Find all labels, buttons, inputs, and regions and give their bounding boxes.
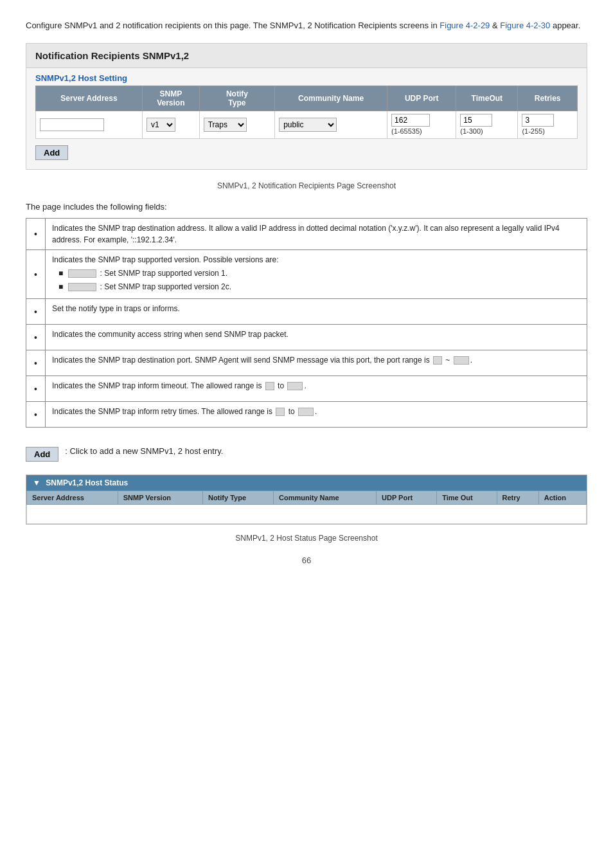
timeout-input[interactable] — [460, 114, 492, 127]
field-row-1: • Indicates the SNMP trap destination ad… — [26, 218, 587, 249]
intro-text-1: Configure SNMPv1 and 2 notification reci… — [26, 21, 440, 30]
status-col-retry: Retry — [497, 491, 538, 504]
timeout-min-box — [265, 382, 274, 390]
col-snmp-version: SNMPVersion — [143, 86, 200, 111]
port-min-box — [433, 356, 442, 365]
status-empty-cell — [27, 504, 587, 523]
desc-1: Indicates the SNMP trap destination addr… — [46, 218, 587, 249]
bullet-4: • — [26, 324, 46, 350]
desc-3: Set the notify type in traps or informs. — [46, 298, 587, 324]
bullet-2: • — [26, 249, 46, 298]
status-col-timeout: Time Out — [437, 491, 497, 504]
col-timeout: TimeOut — [456, 86, 518, 111]
status-table-header-row: Server Address SNMP Version Notify Type … — [27, 491, 587, 504]
intro-link1[interactable]: Figure 4-2-29 — [440, 21, 490, 30]
status-col-udp: UDP Port — [377, 491, 437, 504]
field-row-2: • Indicates the SNMP trap supported vers… — [26, 249, 587, 298]
timeout-max-box — [287, 382, 303, 390]
panel-title: Notification Recipients SNMPv1,2 — [26, 44, 587, 68]
retries-range: (1-255) — [522, 127, 544, 135]
status-panel: ▼ SNMPv1,2 Host Status Server Address SN… — [26, 475, 587, 525]
col-notify-type: NotifyType — [199, 86, 275, 111]
fields-table: • Indicates the SNMP trap destination ad… — [26, 218, 587, 428]
udp-port-cell: (1-65535) — [387, 111, 456, 138]
timeout-range: (1-300) — [460, 127, 483, 135]
field-row-6: • Indicates the SNMP trap inform timeout… — [26, 375, 587, 401]
timeout-cell: (1-300) — [456, 111, 518, 138]
panel-subheader: SNMPv1,2 Host Setting — [26, 68, 587, 86]
field-row-4: • Indicates the community access string … — [26, 324, 587, 350]
retries-cell: (1-255) — [518, 111, 578, 138]
community-name-cell: public — [275, 111, 387, 138]
notify-type-select[interactable]: Traps Informs — [204, 118, 247, 132]
desc-6: Indicates the SNMP trap inform timeout. … — [46, 375, 587, 401]
desc-7: Indicates the SNMP trap inform retry tim… — [46, 401, 587, 427]
status-empty-row — [27, 504, 587, 523]
retry-max-box — [298, 408, 314, 416]
community-name-select[interactable]: public — [279, 118, 337, 132]
intro-text-3: appear. — [550, 21, 580, 30]
udp-port-range: (1-65535) — [391, 127, 422, 135]
bullet-1: • — [26, 218, 46, 249]
bullet-7: • — [26, 401, 46, 427]
intro-text-2: & — [490, 21, 500, 30]
col-community-name: Community Name — [275, 86, 387, 111]
col-server-address: Server Address — [36, 86, 143, 111]
desc-4: Indicates the community access string wh… — [46, 324, 587, 350]
add-entry-button[interactable]: Add — [26, 447, 58, 462]
bullet-sq-v2c: ■ — [58, 281, 63, 293]
collapse-arrow[interactable]: ▼ — [33, 478, 40, 487]
sub-list-version: ■ : Set SNMP trap supported version 1. ■… — [52, 267, 580, 293]
add-section: Add : Click to add a new SNMPv1, 2 host … — [26, 440, 587, 462]
status-table: Server Address SNMP Version Notify Type … — [26, 491, 587, 524]
field-row-7: • Indicates the SNMP trap inform retry t… — [26, 401, 587, 427]
notification-recipients-panel: Notification Recipients SNMPv1,2 SNMPv1,… — [26, 43, 587, 170]
bullet-6: • — [26, 375, 46, 401]
col-udp-port: UDP Port — [387, 86, 456, 111]
fields-intro: The page includes the following fields: — [26, 202, 587, 212]
snmp-version-cell: v1 v2c — [143, 111, 200, 138]
status-caption: SNMPv1, 2 Host Status Page Screenshot — [26, 534, 587, 543]
panel-add-button[interactable]: Add — [35, 145, 68, 160]
intro-paragraph: Configure SNMPv1 and 2 notification reci… — [26, 19, 587, 33]
desc-2: Indicates the SNMP trap supported versio… — [46, 249, 587, 298]
status-col-version: SNMP Version — [118, 491, 202, 504]
bullet-3: • — [26, 298, 46, 324]
panel-caption: SNMPv1, 2 Notification Recipients Page S… — [26, 181, 587, 190]
field-row-3: • Set the notify type in traps or inform… — [26, 298, 587, 324]
server-address-cell — [36, 111, 143, 138]
col-retries: Retries — [518, 86, 578, 111]
retry-min-box — [276, 408, 285, 416]
v1-box — [68, 269, 96, 278]
bullet-5: • — [26, 350, 46, 375]
sub-item-v1: ■ : Set SNMP trap supported version 1. — [58, 267, 580, 279]
v2c-box — [68, 283, 96, 291]
page-footer: 66 — [26, 556, 587, 565]
table-row: v1 v2c Traps Informs public — [36, 111, 578, 138]
sub-item-v2c: ■ : Set SNMP trap supported version 2c. — [58, 281, 580, 293]
bullet-sq-v1: ■ — [58, 267, 63, 279]
desc-5: Indicates the SNMP trap destination port… — [46, 350, 587, 375]
status-panel-title: SNMPv1,2 Host Status — [46, 478, 128, 487]
status-col-server: Server Address — [27, 491, 118, 504]
status-col-community: Community Name — [274, 491, 377, 504]
server-address-input[interactable] — [40, 118, 104, 131]
panel-content: Server Address SNMPVersion NotifyType Co… — [26, 86, 587, 169]
port-max-box — [454, 356, 469, 365]
add-section-text: : Click to add a new SNMPv1, 2 host entr… — [65, 446, 223, 456]
config-table: Server Address SNMPVersion NotifyType Co… — [35, 86, 578, 139]
status-col-action: Action — [538, 491, 586, 504]
snmp-version-select[interactable]: v1 v2c — [147, 118, 175, 132]
intro-link2[interactable]: Figure 4-2-30 — [500, 21, 550, 30]
status-col-notify: Notify Type — [202, 491, 273, 504]
notify-type-cell: Traps Informs — [199, 111, 275, 138]
udp-port-input[interactable] — [391, 114, 430, 127]
page-number: 66 — [302, 556, 311, 565]
field-row-5: • Indicates the SNMP trap destination po… — [26, 350, 587, 375]
retries-input[interactable] — [522, 114, 554, 127]
status-panel-header: ▼ SNMPv1,2 Host Status — [26, 475, 587, 491]
